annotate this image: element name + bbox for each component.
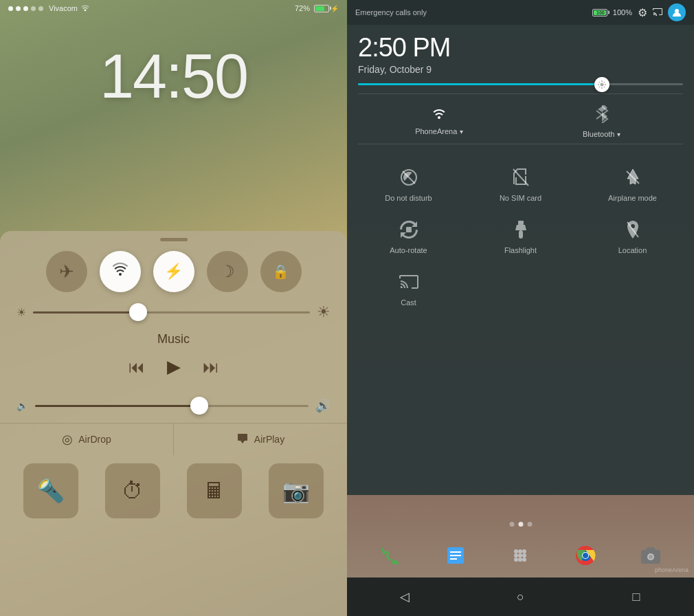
wifi-toggle[interactable]	[100, 251, 141, 292]
brightness-max-icon: ☀	[317, 303, 331, 321]
calculator-shortcut-button[interactable]: 🖩	[187, 463, 242, 518]
wifi-connect-item[interactable]: PhoneArena ▾	[358, 100, 521, 144]
location-qs-button[interactable]: Location	[577, 208, 689, 260]
airdrop-button[interactable]: ◎ AirDrop	[0, 424, 174, 455]
bluetooth-icon: ⚡	[164, 263, 183, 280]
cast-status-icon[interactable]	[653, 7, 662, 18]
dnd-qs-label: Do not disturb	[385, 194, 432, 202]
android-connect-row: PhoneArena ▾ Bluetooth ▾	[347, 94, 694, 150]
phonearena-watermark: phoneArena	[655, 566, 689, 573]
back-nav-button[interactable]: ◁	[391, 583, 418, 610]
airplay-button[interactable]: AirPlay	[174, 424, 347, 455]
timer-shortcut-button[interactable]: ⏱	[105, 463, 160, 518]
android-dock	[347, 540, 694, 575]
timer-shortcut-icon: ⏱	[122, 478, 144, 504]
brightness-fill	[33, 311, 138, 314]
wifi-label: PhoneArena ▾	[415, 127, 463, 135]
airdrop-label: AirDrop	[78, 434, 111, 445]
android-brightness-track[interactable]	[358, 83, 683, 85]
dnd-qs-button[interactable]: Do not disturb	[352, 155, 464, 208]
rotation-lock-toggle[interactable]: 🔒	[260, 251, 302, 292]
volume-thumb[interactable]	[190, 397, 208, 415]
chrome-dock-icon	[574, 544, 596, 571]
apps-grid-icon	[509, 544, 531, 571]
bluetooth-label: Bluetooth ▾	[583, 130, 620, 138]
svg-point-1	[600, 82, 603, 86]
bluetooth-toggle[interactable]: ⚡	[153, 251, 194, 292]
bluetooth-connect-item[interactable]: Bluetooth ▾	[521, 100, 684, 144]
user-avatar[interactable]	[668, 3, 686, 21]
android-status-bar: Emergency calls only 100 100% ⚙	[347, 0, 694, 25]
cast-qs-label: Cast	[401, 298, 416, 307]
signal-dot-3	[23, 6, 28, 11]
volume-track[interactable]	[35, 405, 309, 407]
svg-point-26	[518, 553, 522, 558]
android-time: 2:50 PM	[358, 33, 683, 63]
android-navbar: ◁ ○ □	[347, 578, 694, 616]
ios-share-row: ◎ AirDrop AirPlay	[0, 423, 347, 455]
ios-status-left: Vivacom	[8, 3, 90, 13]
ios-panel: Vivacom 72% ⚡ 14:50	[0, 0, 347, 616]
flashlight-shortcut-button[interactable]: 🔦	[23, 463, 78, 518]
volume-fill	[35, 405, 199, 407]
brightness-track[interactable]	[33, 311, 310, 314]
airplane-qs-button[interactable]: Airplane mode	[577, 155, 689, 208]
apps-dock-button[interactable]	[503, 540, 537, 575]
ios-clock: 14:50	[0, 41, 347, 112]
settings-icon[interactable]: ⚙	[638, 6, 647, 19]
brightness-thumb[interactable]	[129, 303, 147, 321]
nosim-qs-label: No SIM card	[500, 194, 541, 202]
recents-nav-button[interactable]: □	[623, 583, 650, 610]
music-controls: ⏮ ▶ ⏭	[16, 356, 331, 377]
airplane-toggle[interactable]: ✈	[46, 251, 87, 292]
camera-shortcut-button[interactable]: 📷	[269, 463, 324, 518]
home-nav-button[interactable]: ○	[506, 583, 534, 610]
cc-handle[interactable]	[160, 238, 188, 241]
airplane-icon: ✈	[59, 261, 74, 283]
svg-point-25	[514, 553, 518, 558]
notes-dock-app[interactable]	[438, 540, 473, 575]
android-time-section: 2:50 PM Friday, October 9	[347, 25, 694, 80]
flashlight-qs-button[interactable]: Flashlight	[464, 208, 577, 260]
phone-dock-app[interactable]	[373, 540, 407, 575]
dnd-toggle[interactable]: ☽	[207, 251, 248, 292]
cast-qs-button[interactable]: Cast	[352, 260, 464, 312]
android-battery-icon: 100	[592, 9, 607, 16]
dnd-qs-icon	[396, 165, 421, 190]
music-title: Music	[16, 332, 331, 346]
autorotate-qs-icon	[396, 217, 421, 242]
bluetooth-dropdown-arrow: ▾	[617, 131, 620, 138]
nosim-qs-icon	[508, 165, 533, 190]
airplay-label: AirPlay	[254, 434, 284, 445]
brightness-slider-row: ☀ ☀	[0, 303, 347, 332]
ios-battery: ⚡	[314, 5, 339, 12]
flashlight-shortcut-icon: 🔦	[37, 478, 65, 504]
play-button[interactable]: ▶	[167, 356, 181, 377]
volume-max-icon: 🔊	[315, 398, 331, 413]
lock-rotation-icon: 🔒	[272, 263, 289, 280]
ios-control-center: ✈ ⚡ ☽	[0, 231, 347, 616]
page-dot-1	[509, 522, 514, 527]
battery-icon	[314, 5, 329, 12]
android-brightness-fill	[358, 83, 602, 85]
airplane-qs-icon	[620, 165, 645, 190]
next-track-button[interactable]: ⏭	[203, 358, 219, 377]
chrome-dock-app[interactable]	[568, 540, 603, 575]
svg-point-22	[514, 549, 518, 553]
ios-shortcuts: 🔦 ⏱ 🖩 📷	[0, 455, 347, 529]
autorotate-qs-button[interactable]: Auto-rotate	[352, 208, 464, 260]
nosim-qs-button[interactable]: No SIM card	[464, 155, 577, 208]
camera-shortcut-icon: 📷	[282, 478, 310, 504]
signal-dot-1	[8, 6, 13, 11]
page-dot-2	[518, 522, 523, 527]
flashlight-qs-icon	[508, 217, 533, 242]
android-date: Friday, October 9	[358, 64, 683, 75]
location-qs-label: Location	[618, 246, 647, 254]
svg-line-8	[604, 81, 605, 82]
android-status-right: 100 100% ⚙	[592, 3, 686, 21]
signal-dot-2	[16, 6, 21, 11]
ios-status-right: 72% ⚡	[295, 4, 339, 12]
previous-track-button[interactable]: ⏮	[128, 358, 145, 377]
autorotate-qs-label: Auto-rotate	[390, 246, 427, 254]
android-brightness-thumb[interactable]	[594, 77, 609, 92]
